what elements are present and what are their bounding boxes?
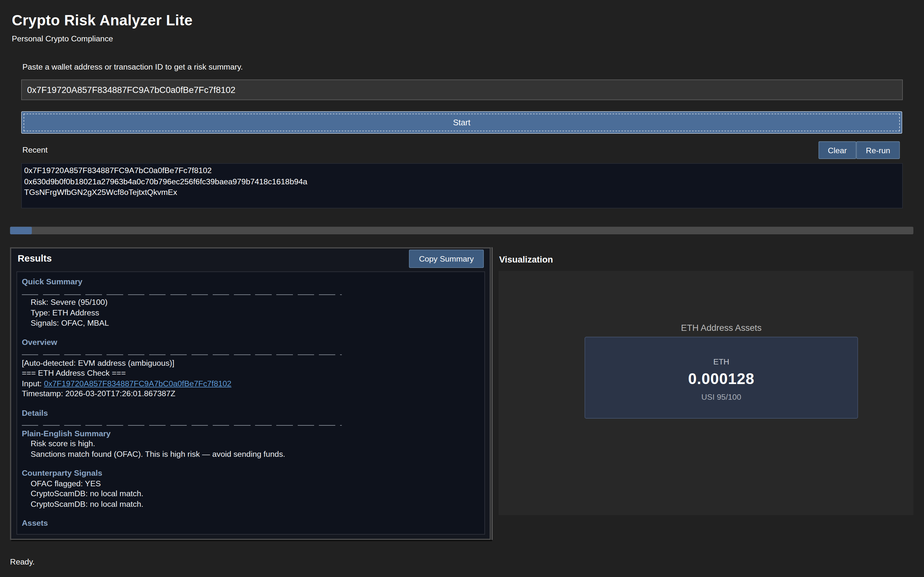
results-line: CryptoScamDB: no local match. <box>22 499 480 509</box>
results-line: Risk score is high. <box>22 438 480 449</box>
results-line: === ETH Address Check === <box>22 368 480 378</box>
visualization-panel: Visualization ETH Address Assets ETH 0.0… <box>499 247 913 540</box>
address-link[interactable]: 0x7F19720A857F834887FC9A7bC0a0fBe7Fc7f81… <box>44 379 232 388</box>
results-line: Risk: Severe (95/100) <box>22 298 480 308</box>
results-line: Input: 0x7F19720A857F834887FC9A7bC0a0fBe… <box>22 378 480 388</box>
recent-item[interactable]: 0x7F19720A857F834887FC9A7bC0a0fBe7Fc7f81… <box>23 165 901 176</box>
results-line: OFAC flagged: YES <box>22 478 480 488</box>
app-window: Crypto Risk Analyzer Lite Personal Crypt… <box>0 0 924 577</box>
results-line: Sanctions match found (OFAC). This is hi… <box>22 449 480 459</box>
visualization-canvas: ETH Address Assets ETH 0.000128 USI 95/1… <box>499 271 913 515</box>
recent-item[interactable]: TGsNFrgWfbGN2gX25Wcf8oTejtxtQkvmEx <box>23 187 901 198</box>
results-section-header: Plain-English Summary <box>22 428 480 438</box>
results-line: Timestamp: 2026-03-20T17:26:01.867387Z <box>22 388 480 399</box>
address-input[interactable] <box>21 79 903 100</box>
start-button[interactable]: Start <box>21 111 902 134</box>
results-section-header: Details <box>22 408 480 418</box>
recent-item[interactable]: 0x630d9b0f0b18021a27963b4a0c70b796ec256f… <box>23 176 901 187</box>
blank-line <box>22 509 480 518</box>
results-section-header: Overview <box>22 337 480 348</box>
results-panel: Results Copy Summary Quick Summary Risk:… <box>10 247 491 540</box>
separator-line <box>22 348 480 358</box>
results-line: Signals: OFAC, MBAL <box>22 318 480 328</box>
blank-line <box>22 328 480 337</box>
asset-score: USI 95/100 <box>701 393 741 402</box>
results-text[interactable]: Quick Summary Risk: Severe (95/100) Type… <box>16 271 485 535</box>
status-text: Ready. <box>10 558 35 566</box>
app-subtitle: Personal Crypto Compliance <box>12 34 113 43</box>
recent-list[interactable]: 0x7F19720A857F834887FC9A7bC0a0fBe7Fc7f81… <box>21 163 903 208</box>
app-title: Crypto Risk Analyzer Lite <box>12 12 193 29</box>
rerun-button[interactable]: Re-run <box>856 141 900 159</box>
asset-amount: 0.000128 <box>688 370 754 388</box>
asset-symbol: ETH <box>713 358 729 366</box>
asset-card: ETH 0.000128 USI 95/100 <box>585 337 858 419</box>
results-section-header: Quick Summary <box>22 277 480 287</box>
pane-divider[interactable] <box>491 247 499 540</box>
results-line: Type: ETH Address <box>22 308 480 318</box>
blank-line <box>22 399 480 408</box>
results-header: Results Copy Summary <box>11 248 489 272</box>
results-section-header: Counterparty Signals <box>22 468 480 478</box>
progress-chunk <box>10 227 32 234</box>
separator-line <box>22 418 480 428</box>
results-line: CryptoScamDB: no local match. <box>22 488 480 499</box>
link-prefix: Input: <box>22 379 44 388</box>
paned-area: Results Copy Summary Quick Summary Risk:… <box>10 247 913 540</box>
recent-actions: Clear Re-run <box>819 141 900 159</box>
results-line: [Auto-detected: EVM address (ambiguous)] <box>22 358 480 368</box>
results-title: Results <box>18 253 52 264</box>
copy-summary-button[interactable]: Copy Summary <box>409 250 484 268</box>
recent-label: Recent <box>23 145 48 155</box>
input-instruction: Paste a wallet address or transaction ID… <box>23 63 243 71</box>
separator-line <box>22 287 480 297</box>
visualization-title: Visualization <box>499 254 553 264</box>
progress-bar <box>10 227 913 234</box>
chart-title: ETH Address Assets <box>585 323 858 333</box>
clear-button[interactable]: Clear <box>819 141 856 159</box>
blank-line <box>22 459 480 468</box>
results-section-header: Assets <box>22 518 480 528</box>
